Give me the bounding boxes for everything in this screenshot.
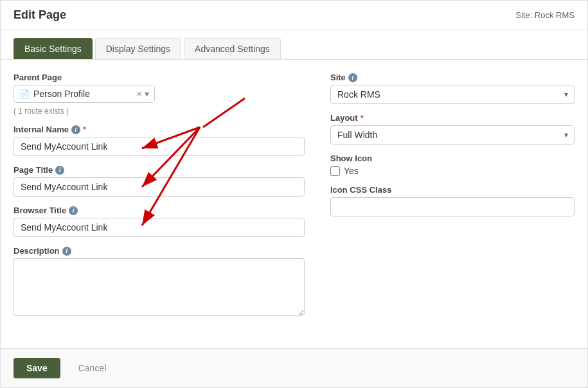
parent-page-dropdown-icon[interactable]: ▾ [145,89,149,99]
show-icon-checkbox-group: Yes [330,166,575,176]
tab-advanced-settings[interactable]: Advanced Settings [184,38,281,59]
route-text: ( 1 route exists ) [13,107,305,116]
layout-group: Layout * Full Width ▾ [330,113,575,145]
page-title-label: Page Title i [13,165,305,175]
browser-title-label: Browser Title i [13,206,305,215]
internal-name-info-icon: i [71,125,80,134]
icon-css-class-group: Icon CSS Class [330,185,575,216]
tab-display-settings[interactable]: Display Settings [95,38,181,59]
save-button[interactable]: Save [13,358,60,378]
show-icon-group: Show Icon Yes [330,154,575,176]
parent-page-group: Parent Page 📄 Person Profile × ▾ ( 1 rou… [13,73,305,116]
site-group: Site i Rock RMS ▾ [330,73,575,104]
icon-css-class-input[interactable] [330,197,575,216]
site-field-label: Site i [330,73,575,82]
parent-page-label: Parent Page [13,73,305,82]
show-icon-checkbox-label: Yes [344,166,359,176]
right-column: Site i Rock RMS ▾ Layout * [330,73,575,335]
description-label: Description i [13,246,305,256]
icon-css-class-label: Icon CSS Class [330,185,575,195]
cancel-button[interactable]: Cancel [68,358,117,378]
internal-name-required: * [83,125,86,134]
browser-title-input[interactable] [13,218,305,237]
layout-label: Layout * [330,113,575,123]
page-title-group: Page Title i [13,165,305,197]
show-icon-label: Show Icon [330,154,575,163]
site-info-icon: i [348,73,357,82]
parent-page-selector[interactable]: 📄 Person Profile × ▾ [13,85,155,103]
browser-title-group: Browser Title i [13,206,305,237]
tabs-bar: Basic Settings Display Settings Advanced… [1,30,587,60]
page-title-input[interactable] [13,177,305,197]
page-doc-icon: 📄 [19,89,30,99]
page-title: Edit Page [13,8,66,22]
left-column: Parent Page 📄 Person Profile × ▾ ( 1 rou… [13,73,305,335]
clear-parent-page-button[interactable]: × [137,89,142,98]
layout-select[interactable]: Full Width [330,125,575,145]
description-info-icon: i [62,247,71,256]
site-select-wrapper: Rock RMS ▾ [330,85,575,104]
show-icon-checkbox[interactable] [330,166,340,176]
layout-select-wrapper: Full Width ▾ [330,125,575,145]
page-title-info-icon: i [55,166,64,175]
footer-bar: Save Cancel [1,348,587,387]
internal-name-input[interactable] [13,137,305,156]
description-group: Description i [13,246,305,316]
layout-required: * [361,113,364,123]
internal-name-group: Internal Name i * [13,125,305,156]
site-select[interactable]: Rock RMS [330,85,575,104]
tab-basic-settings[interactable]: Basic Settings [13,38,93,59]
site-label: Site: Rock RMS [515,10,575,20]
parent-page-value: Person Profile [33,89,133,99]
description-textarea[interactable] [13,258,305,316]
internal-name-label: Internal Name i * [13,125,305,134]
browser-title-info-icon: i [69,206,78,215]
